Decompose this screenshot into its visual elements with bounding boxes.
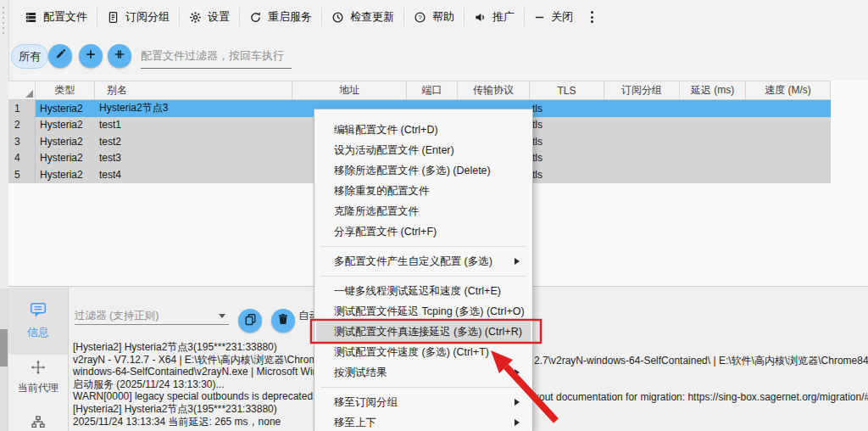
cell-alias[interactable]: Hysteria2节点3 [95, 100, 292, 117]
toolbar-button-restart-service[interactable]: 重启服务 [240, 0, 321, 34]
cell-tls[interactable]: tls [530, 117, 604, 134]
cell-type[interactable]: Hysteria2 [36, 117, 95, 134]
clear-log-button[interactable] [271, 309, 295, 333]
menu-item-move-to-group[interactable]: 移至订阅分组 [316, 392, 531, 412]
sliders-icon [114, 48, 125, 64]
cell-type[interactable]: Hysteria2 [36, 133, 95, 150]
cell-type[interactable]: Hysteria2 [36, 150, 95, 167]
org-chart-icon [31, 416, 45, 431]
column-header-type[interactable]: 类型 [36, 81, 95, 99]
cell-type[interactable]: Hysteria2 [36, 100, 95, 117]
menu-item-multithread-test[interactable]: 一键多线程测试延迟和速度 (Ctrl+E) [316, 281, 531, 301]
edit-button[interactable] [48, 44, 72, 68]
toolbar-button-label: 检查更新 [350, 9, 394, 25]
cell-tls[interactable]: tls [530, 133, 604, 150]
select-all-triangle-icon[interactable] [25, 90, 33, 98]
cell-speed[interactable] [746, 133, 831, 150]
menu-item-share-profile[interactable]: 分享配置文件 (Ctrl+F) [316, 221, 531, 242]
menu-item-set-active-profile[interactable]: 设为活动配置文件 (Enter) [316, 140, 531, 160]
cell-tls[interactable]: tls [530, 150, 604, 167]
submenu-arrow-icon [515, 369, 520, 376]
menu-item-remove-selected[interactable]: 移除所选配置文件 (多选) (Delete) [316, 160, 531, 181]
menu-item-test-delay-tcping[interactable]: 测试配置文件延迟 Tcping (多选) (Ctrl+O) [316, 301, 531, 322]
column-header-transport[interactable]: 传输协议 [458, 81, 530, 99]
menu-separator [320, 246, 526, 247]
log-filter-combobox[interactable]: 过滤器 (支持正则) [75, 307, 229, 325]
tab-info[interactable]: 信息 [8, 288, 68, 355]
check-update-icon [331, 11, 344, 24]
plus-icon [85, 48, 97, 64]
cell-tls[interactable]: tls [530, 166, 604, 183]
toolbar-grip-handle[interactable] [3, 7, 4, 34]
menu-item-edit-profile[interactable]: 编辑配置文件 (Ctrl+D) [316, 120, 531, 140]
column-header-alias[interactable]: 别名 [95, 81, 292, 99]
cell-delay[interactable] [680, 117, 746, 134]
cell-subscription[interactable] [604, 166, 680, 183]
column-header-speed[interactable]: 速度 (M/s) [746, 81, 831, 99]
toolbar-button-promote[interactable]: 推广 [465, 0, 524, 34]
column-header-rownum[interactable] [8, 81, 36, 99]
cell-subscription[interactable] [604, 100, 680, 117]
tab-connections[interactable] [8, 416, 68, 431]
cell-speed[interactable] [746, 117, 831, 134]
column-header-tls[interactable]: TLS [530, 81, 604, 99]
toolbar-button-check-update[interactable]: 检查更新 [322, 0, 403, 34]
toolbar-button-label: 推广 [492, 9, 515, 25]
tab-label: 信息 [27, 325, 49, 340]
menu-item-move-up-down[interactable]: 移至上下 [316, 412, 531, 431]
cell-delay[interactable] [680, 150, 746, 167]
row-number: 4 [8, 150, 36, 167]
gear-icon [189, 11, 202, 24]
subscription-filter-pill[interactable]: 所有 [11, 44, 48, 69]
sidebar-divider [68, 287, 69, 431]
copy-icon [244, 313, 257, 329]
toolbar-more-button[interactable] [582, 11, 602, 23]
speaker-icon [474, 11, 487, 24]
cell-speed[interactable] [746, 150, 831, 167]
left-scrollbar-thumb[interactable] [0, 329, 8, 367]
toolbar-button-settings[interactable]: 设置 [180, 0, 239, 34]
cell-type[interactable]: Hysteria2 [36, 166, 95, 183]
pencil-icon [54, 48, 66, 64]
tab-label: 当前代理 [18, 381, 58, 395]
column-header-address[interactable]: 地址 [292, 81, 407, 99]
column-header-subscription[interactable]: 订阅分组 [604, 81, 680, 99]
cell-subscription[interactable] [604, 117, 680, 134]
menu-item-test-speed[interactable]: 测试配置文件速度 (多选) (Ctrl+T) [316, 342, 531, 362]
toolbar-button-subscription-group[interactable]: 订阅分组 [97, 0, 179, 34]
advanced-filter-button[interactable] [108, 44, 131, 68]
toolbar-button-label: 订阅分组 [125, 9, 170, 25]
cell-alias[interactable]: test4 [95, 166, 292, 183]
tab-current-proxy[interactable]: 当前代理 [8, 360, 68, 395]
cell-alias[interactable]: test2 [95, 133, 292, 150]
chevron-down-icon [219, 314, 225, 318]
menu-item-clone-selected[interactable]: 克隆所选配置文件 [316, 201, 531, 221]
add-profile-button[interactable] [79, 44, 103, 68]
toolbar-button-help[interactable]: ? 帮助 [404, 0, 464, 34]
menu-item-remove-duplicates[interactable]: 移除重复的配置文件 [316, 181, 531, 201]
cell-subscription[interactable] [604, 133, 680, 150]
chat-bubble-icon [30, 302, 47, 321]
menu-item-test-real-delay[interactable]: 测试配置文件真连接延迟 (多选) (Ctrl+R) [316, 322, 531, 342]
submenu-arrow-icon [515, 258, 520, 265]
profile-filter-input[interactable] [141, 43, 292, 69]
cell-alias[interactable]: test1 [95, 117, 292, 134]
column-header-port[interactable]: 端口 [407, 81, 458, 99]
cell-speed[interactable] [746, 100, 831, 117]
toolbar-button-close[interactable]: 关闭 [525, 0, 582, 34]
cell-alias[interactable]: test3 [95, 150, 292, 167]
cell-delay[interactable] [680, 100, 746, 117]
cell-speed[interactable] [746, 166, 831, 183]
cell-delay[interactable] [680, 133, 746, 150]
minus-icon [534, 11, 545, 24]
table-header-row: 类型 别名 地址 端口 传输协议 TLS 订阅分组 延迟 (ms) 速度 (M/… [8, 81, 831, 100]
cell-tls[interactable]: tls [530, 100, 604, 117]
copy-log-button[interactable] [238, 309, 262, 333]
toolbar-button-profiles[interactable]: 配置文件 [15, 0, 97, 34]
cell-subscription[interactable] [604, 150, 680, 167]
menu-item-generate-custom-config[interactable]: 多配置文件产生自定义配置 (多选) [316, 251, 531, 271]
cell-delay[interactable] [680, 166, 746, 183]
menu-separator [320, 276, 526, 277]
column-header-delay[interactable]: 延迟 (ms) [680, 81, 746, 99]
menu-item-sort-by-test-result[interactable]: 按测试结果 [316, 362, 531, 383]
